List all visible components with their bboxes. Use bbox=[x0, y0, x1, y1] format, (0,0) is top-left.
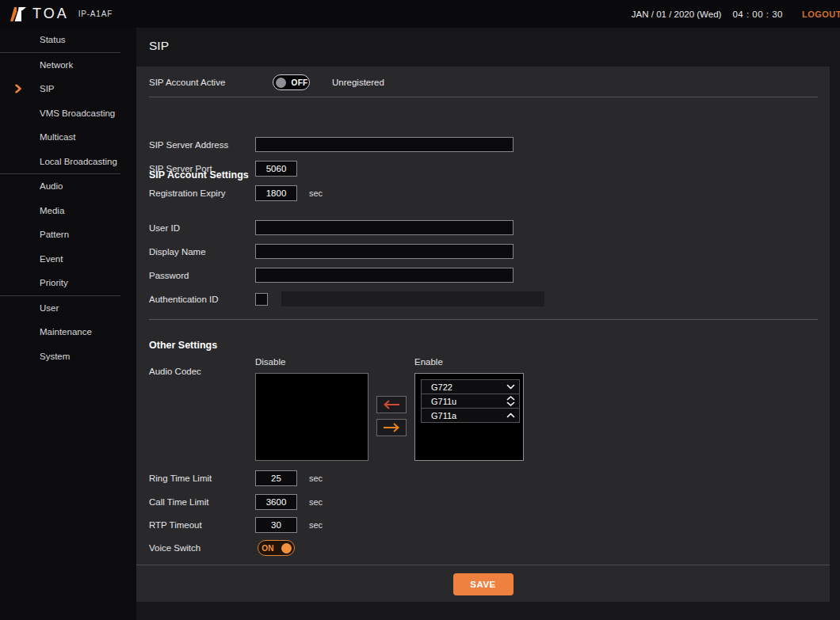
sidebar-item-label: Multicast bbox=[40, 132, 75, 142]
arrow-left-icon bbox=[382, 400, 401, 409]
sidebar-item-user[interactable]: User bbox=[0, 296, 136, 321]
call-time-limit-input[interactable] bbox=[255, 494, 297, 510]
codec-disable-listbox[interactable] bbox=[255, 373, 368, 461]
codec-item-label: G711a bbox=[431, 411, 456, 420]
device-model: IP-A1AF bbox=[78, 10, 113, 18]
sidebar-item-sip[interactable]: SIP bbox=[0, 77, 136, 101]
sidebar-item-priority[interactable]: Priority bbox=[0, 271, 136, 295]
codec-item-g722[interactable]: G722 bbox=[421, 379, 520, 394]
display-name-input[interactable] bbox=[255, 244, 514, 259]
chevron-down-icon[interactable] bbox=[506, 384, 515, 390]
sidebar-item-label: Priority bbox=[40, 278, 68, 287]
sidebar-item-maintenance[interactable]: Maintenance bbox=[0, 320, 136, 344]
codec-item-label: G711u bbox=[431, 397, 456, 406]
ring-time-limit-label: Ring Time Limit bbox=[149, 474, 255, 483]
sidebar-item-label: User bbox=[40, 303, 59, 313]
rtp-timeout-label: RTP Timeout bbox=[149, 520, 255, 530]
registration-expiry-unit: sec bbox=[309, 188, 323, 198]
authentication-id-checkbox[interactable] bbox=[255, 293, 268, 306]
sidebar-item-network[interactable]: Network bbox=[0, 53, 136, 78]
sidebar-item-label: Media bbox=[40, 206, 64, 215]
sidebar-nav: Status Network SIP VMS Broadcasting Mult… bbox=[0, 28, 136, 620]
codec-item-label: G722 bbox=[431, 382, 452, 392]
sidebar-item-label: Event bbox=[40, 254, 63, 264]
sidebar-item-label: System bbox=[40, 352, 70, 361]
toggle-knob bbox=[281, 543, 292, 553]
sip-account-active-toggle[interactable]: OFF bbox=[273, 74, 310, 90]
toggle-state-label: ON bbox=[258, 544, 277, 553]
sidebar-item-label: Pattern bbox=[40, 230, 69, 239]
app-header: TOA IP-A1AF JAN / 01 / 2020 (Wed) 04 : 0… bbox=[0, 0, 840, 28]
chevron-up-down-icon[interactable] bbox=[506, 396, 515, 406]
codec-item-g711a[interactable]: G711a bbox=[421, 408, 520, 423]
sidebar-item-label: Local Broadcasting bbox=[40, 157, 117, 166]
enable-list-title: Enable bbox=[414, 357, 524, 368]
sip-server-port-input[interactable] bbox=[255, 161, 297, 177]
move-to-enable-button[interactable] bbox=[376, 419, 407, 436]
sip-server-address-input[interactable] bbox=[255, 137, 514, 152]
audio-codec-label: Audio Codec bbox=[149, 367, 201, 376]
sip-server-address-label: SIP Server Address bbox=[149, 140, 255, 150]
sidebar-item-label: Maintenance bbox=[40, 327, 92, 337]
toggle-knob bbox=[276, 78, 286, 88]
rtp-timeout-unit: sec bbox=[309, 520, 323, 530]
sidebar-item-event[interactable]: Event bbox=[0, 247, 136, 272]
page-title: SIP bbox=[149, 39, 169, 53]
section-divider bbox=[149, 97, 818, 97]
codec-item-g711u[interactable]: G711u bbox=[421, 394, 520, 409]
sip-server-port-label: SIP Server Port bbox=[149, 164, 255, 173]
ring-time-limit-unit: sec bbox=[309, 474, 323, 483]
sip-account-active-label: SIP Account Active bbox=[149, 78, 255, 87]
sidebar-item-vms-broadcasting[interactable]: VMS Broadcasting bbox=[0, 101, 136, 126]
rtp-timeout-input[interactable] bbox=[255, 517, 297, 533]
voice-switch-toggle[interactable]: ON bbox=[258, 540, 295, 556]
chevron-right-icon bbox=[15, 85, 21, 93]
call-time-limit-label: Call Time Limit bbox=[149, 497, 255, 507]
user-id-input[interactable] bbox=[255, 220, 514, 235]
audio-codec-block: Audio Codec Disable Enable bbox=[149, 357, 818, 461]
sidebar-item-system[interactable]: System bbox=[0, 344, 136, 369]
chevron-up-icon[interactable] bbox=[506, 413, 515, 418]
password-label: Password bbox=[149, 271, 255, 280]
footer-divider bbox=[136, 565, 830, 565]
header-date: JAN / 01 / 2020 (Wed) bbox=[632, 10, 722, 19]
sidebar-item-label: SIP bbox=[40, 84, 55, 93]
header-clock: 04 : 00 : 30 bbox=[732, 10, 783, 19]
registration-status: Unregistered bbox=[332, 78, 384, 87]
sidebar-item-multicast[interactable]: Multicast bbox=[0, 125, 136, 150]
authentication-id-input[interactable] bbox=[281, 291, 544, 306]
ring-time-limit-input[interactable] bbox=[255, 470, 297, 486]
sidebar-item-label: Status bbox=[40, 35, 66, 44]
logout-button[interactable]: LOGOUT bbox=[802, 10, 840, 19]
sidebar-item-pattern[interactable]: Pattern bbox=[0, 223, 136, 247]
password-input[interactable] bbox=[255, 268, 514, 283]
call-time-limit-unit: sec bbox=[309, 497, 323, 507]
sidebar-item-label: Audio bbox=[40, 181, 63, 191]
toa-logo-icon bbox=[10, 6, 27, 22]
move-to-disable-button[interactable] bbox=[376, 396, 407, 413]
arrow-right-icon bbox=[382, 423, 401, 432]
sidebar-item-audio[interactable]: Audio bbox=[0, 174, 136, 199]
section-divider bbox=[149, 319, 818, 320]
voice-switch-label: Voice Switch bbox=[149, 543, 255, 553]
display-name-label: Display Name bbox=[149, 247, 255, 257]
registration-expiry-label: Registration Expiry bbox=[149, 188, 255, 198]
sidebar-item-local-broadcasting[interactable]: Local Broadcasting bbox=[0, 150, 136, 174]
sidebar-item-media[interactable]: Media bbox=[0, 199, 136, 223]
sidebar-item-label: VMS Broadcasting bbox=[40, 108, 115, 118]
brand-name: TOA bbox=[32, 6, 69, 22]
toggle-state-label: OFF bbox=[290, 78, 309, 87]
authentication-id-label: Authentication ID bbox=[149, 295, 255, 304]
codec-enable-listbox[interactable]: G722 G711u G711a bbox=[414, 373, 524, 461]
registration-expiry-input[interactable] bbox=[255, 185, 297, 201]
sidebar-item-label: Network bbox=[40, 60, 73, 70]
sip-settings-panel: SIP Account Active OFF Unregistered SIP … bbox=[136, 67, 830, 602]
save-button[interactable]: SAVE bbox=[453, 573, 514, 595]
other-settings-heading: Other Settings bbox=[149, 340, 217, 351]
disable-list-title: Disable bbox=[255, 357, 368, 368]
user-id-label: User ID bbox=[149, 223, 255, 233]
sidebar-item-status[interactable]: Status bbox=[0, 28, 136, 52]
